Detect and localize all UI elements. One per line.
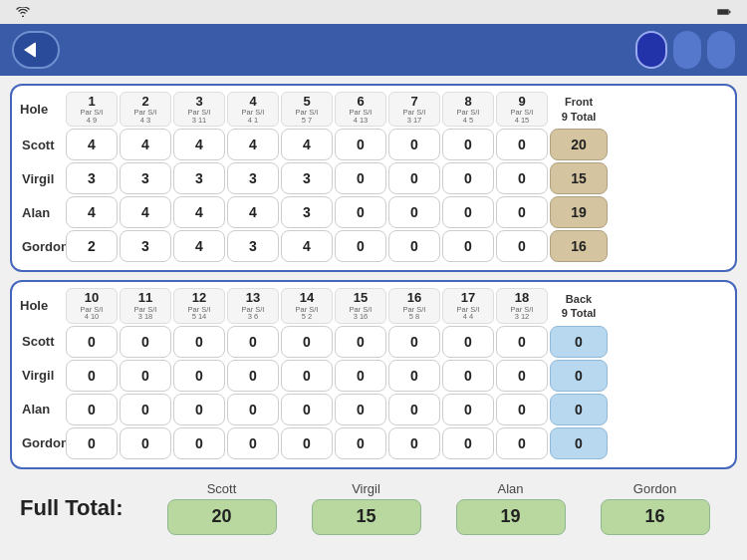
score-cell-scott-hole3[interactable]: 0 (227, 326, 279, 358)
score-cell-alan-hole7[interactable]: 0 (442, 196, 494, 228)
player-row-alan: Alan0000000000 (20, 394, 727, 425)
score-cell-gordon-hole2[interactable]: 4 (173, 230, 225, 262)
player-name-scott: Scott (20, 334, 64, 349)
score-cell-virgil-hole1[interactable]: 0 (120, 360, 171, 392)
score-cell-scott-hole0[interactable]: 4 (66, 129, 118, 160)
status-right (717, 7, 735, 17)
score-cell-alan-hole0[interactable]: 4 (66, 196, 118, 228)
score-cell-virgil-hole3[interactable]: 3 (227, 162, 279, 194)
score-cell-scott-hole7[interactable]: 0 (442, 129, 494, 160)
score-cell-gordon-hole1[interactable]: 0 (120, 427, 171, 459)
score-cell-alan-hole6[interactable]: 0 (388, 394, 440, 425)
score-cell-alan-hole5[interactable]: 0 (335, 196, 386, 228)
hole-header-7: 7Par S/I3 17 (388, 92, 440, 127)
score-cell-scott-hole4[interactable]: 0 (281, 326, 333, 358)
score-cell-virgil-hole1[interactable]: 3 (120, 162, 171, 194)
score-type-buttons (635, 31, 735, 69)
score-cell-gordon-hole8[interactable]: 0 (496, 230, 548, 262)
score-cell-virgil-hole7[interactable]: 0 (442, 360, 494, 392)
score-cell-scott-hole1[interactable]: 4 (120, 129, 171, 160)
back-button[interactable] (12, 31, 60, 69)
score-cell-scott-hole6[interactable]: 0 (388, 129, 440, 160)
score-cell-alan-hole1[interactable]: 4 (120, 196, 171, 228)
score-cell-gordon-hole5[interactable]: 0 (335, 427, 386, 459)
player-row-gordon: Gordon0000000000 (20, 427, 727, 459)
score-cell-virgil-hole2[interactable]: 3 (173, 162, 225, 194)
score-cell-gordon-hole0[interactable]: 0 (66, 427, 118, 459)
score-cell-virgil-hole6[interactable]: 0 (388, 162, 440, 194)
battery-icon (717, 7, 731, 17)
score-cell-scott-hole5[interactable]: 0 (335, 326, 386, 358)
player-name-scott: Scott (20, 138, 64, 152)
score-cell-virgil-hole0[interactable]: 3 (66, 162, 118, 194)
score-cell-virgil-hole2[interactable]: 0 (173, 360, 225, 392)
header (0, 24, 747, 76)
score-cell-alan-hole1[interactable]: 0 (120, 394, 171, 425)
score-cell-scott-hole1[interactable]: 0 (120, 326, 171, 358)
player-name-gordon: Gordon (20, 435, 64, 450)
score-cell-scott-hole7[interactable]: 0 (442, 326, 494, 358)
score-cell-gordon-hole7[interactable]: 0 (442, 427, 494, 459)
score-cell-alan-hole4[interactable]: 0 (281, 394, 333, 425)
total-cell-gordon: 16 (550, 230, 608, 262)
score-cell-gordon-hole4[interactable]: 0 (281, 427, 333, 459)
score-cell-gordon-hole5[interactable]: 0 (335, 230, 386, 262)
score-cell-alan-hole8[interactable]: 0 (496, 196, 548, 228)
total-cell-virgil: 0 (550, 360, 608, 392)
score-cell-gordon-hole7[interactable]: 0 (442, 230, 494, 262)
score-cell-scott-hole5[interactable]: 0 (335, 129, 386, 160)
score-cell-gordon-hole6[interactable]: 0 (388, 427, 440, 459)
full-total-score-gordon: 16 (601, 499, 710, 535)
score-cell-virgil-hole6[interactable]: 0 (388, 360, 440, 392)
hole-header-12: 12Par S/I5 14 (173, 288, 225, 323)
score-cell-virgil-hole3[interactable]: 0 (227, 360, 279, 392)
score-cell-virgil-hole8[interactable]: 0 (496, 360, 548, 392)
score-cell-scott-hole8[interactable]: 0 (496, 129, 548, 160)
score-cell-alan-hole5[interactable]: 0 (335, 394, 386, 425)
score-cell-gordon-hole0[interactable]: 2 (66, 230, 118, 262)
score-cell-scott-hole4[interactable]: 4 (281, 129, 333, 160)
wifi-icon (16, 7, 30, 17)
score-cell-virgil-hole0[interactable]: 0 (66, 360, 118, 392)
score-cell-alan-hole6[interactable]: 0 (388, 196, 440, 228)
score-cell-virgil-hole5[interactable]: 0 (335, 162, 386, 194)
score-cell-gordon-hole4[interactable]: 4 (281, 230, 333, 262)
full-total-section: Full Total:Scott20Virgil15Alan19Gordon16 (10, 477, 737, 539)
hole-header-9: 9Par S/I4 15 (496, 92, 548, 127)
score-cell-gordon-hole8[interactable]: 0 (496, 427, 548, 459)
score-cell-alan-hole7[interactable]: 0 (442, 394, 494, 425)
score-cell-alan-hole4[interactable]: 3 (281, 196, 333, 228)
score-cell-scott-hole8[interactable]: 0 (496, 326, 548, 358)
score-cell-virgil-hole4[interactable]: 0 (281, 360, 333, 392)
score-cell-gordon-hole1[interactable]: 3 (120, 230, 171, 262)
full-total-name-virgil: Virgil (352, 481, 380, 496)
score-cell-virgil-hole8[interactable]: 0 (496, 162, 548, 194)
player-name-virgil: Virgil (20, 171, 64, 186)
score-cell-alan-hole8[interactable]: 0 (496, 394, 548, 425)
score-cell-gordon-hole3[interactable]: 0 (227, 427, 279, 459)
score-cell-virgil-hole4[interactable]: 3 (281, 162, 333, 194)
score-cell-alan-hole3[interactable]: 0 (227, 394, 279, 425)
score-cell-gordon-hole2[interactable]: 0 (173, 427, 225, 459)
hole-header-18: 18Par S/I3 12 (496, 288, 548, 323)
stable-button[interactable] (707, 31, 735, 69)
gross-button[interactable] (635, 31, 667, 69)
score-cell-scott-hole0[interactable]: 0 (66, 326, 118, 358)
score-cell-scott-hole2[interactable]: 4 (173, 129, 225, 160)
score-cell-alan-hole3[interactable]: 4 (227, 196, 279, 228)
score-cell-gordon-hole3[interactable]: 3 (227, 230, 279, 262)
hole-header-2: 2Par S/I4 3 (120, 92, 171, 127)
score-cell-virgil-hole5[interactable]: 0 (335, 360, 386, 392)
player-row-virgil: Virgil33333000015 (20, 162, 727, 194)
score-cell-virgil-hole7[interactable]: 0 (442, 162, 494, 194)
full-total-name-gordon: Gordon (633, 481, 676, 496)
player-name-gordon: Gordon (20, 239, 64, 254)
net-button[interactable] (673, 31, 701, 69)
score-cell-scott-hole3[interactable]: 4 (227, 129, 279, 160)
score-cell-scott-hole6[interactable]: 0 (388, 326, 440, 358)
score-cell-alan-hole2[interactable]: 0 (173, 394, 225, 425)
score-cell-alan-hole0[interactable]: 0 (66, 394, 118, 425)
score-cell-alan-hole2[interactable]: 4 (173, 196, 225, 228)
score-cell-scott-hole2[interactable]: 0 (173, 326, 225, 358)
score-cell-gordon-hole6[interactable]: 0 (388, 230, 440, 262)
